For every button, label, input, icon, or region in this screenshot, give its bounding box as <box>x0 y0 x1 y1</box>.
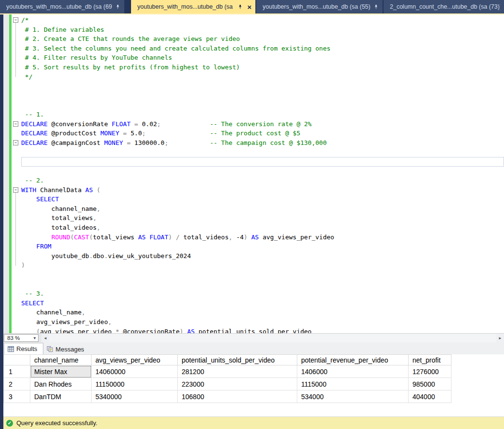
grid-cell[interactable]: 5340000 <box>92 390 178 403</box>
code-line-6[interactable]: # 5. Sort results by net profits (from h… <box>21 63 504 72</box>
code-token: 5.0 <box>127 130 142 137</box>
code-line-4[interactable]: # 3. Select the columns you need and cre… <box>21 44 504 53</box>
code-line-32[interactable]: channel_name, <box>21 308 504 317</box>
code-token: -- 2. <box>21 177 44 184</box>
grid-cell[interactable]: 11150000 <box>92 378 178 390</box>
grid-cell[interactable]: 223000 <box>178 378 297 390</box>
document-tab-1[interactable]: youtubers_with_mos...utube_db (sa (69)) <box>0 0 124 13</box>
code-line-17[interactable] <box>21 167 504 176</box>
code-line-23[interactable]: total_videos, <box>21 223 504 233</box>
collapse-minus-icon[interactable]: − <box>13 140 18 145</box>
code-token: @productCost <box>48 130 101 137</box>
code-token: ChannelData <box>36 186 85 194</box>
grid-cell[interactable]: 985000 <box>409 378 451 390</box>
grid-column-header[interactable]: net_profit <box>409 355 451 365</box>
grid-cell[interactable]: 404000 <box>409 390 451 403</box>
code-line-1[interactable]: /* <box>21 15 504 25</box>
tab-results[interactable]: Results <box>4 343 43 354</box>
code-line-22[interactable]: total_views, <box>21 213 504 223</box>
grid-cell[interactable]: 534000 <box>297 390 409 403</box>
code-line-27[interactable]: ) <box>21 260 504 270</box>
grid-cell[interactable]: Dan Rhodes <box>30 378 92 390</box>
grid-cell[interactable]: 1115000 <box>297 378 409 390</box>
code-token: AS <box>85 186 93 194</box>
row-number-cell[interactable]: 3 <box>4 390 30 403</box>
grid-column-header[interactable]: potential_units_sold_per_video <box>178 355 297 365</box>
code-token: . <box>89 252 93 260</box>
grid-column-header[interactable]: potential_revenue_per_video <box>297 355 409 365</box>
grid-corner-cell[interactable] <box>4 355 30 365</box>
code-line-14[interactable]: DECLARE @campaignCost MONEY = 130000.0; … <box>21 138 504 148</box>
code-line-2[interactable]: # 1. Define variables <box>21 25 504 35</box>
code-line-15[interactable] <box>21 147 504 157</box>
code-line-8[interactable] <box>21 81 504 91</box>
scroll-right-icon[interactable]: ► <box>496 336 504 340</box>
collapse-minus-icon[interactable]: − <box>13 121 18 127</box>
code-line-11[interactable]: -- 1. <box>21 110 504 119</box>
results-tab-label: Messages <box>55 346 84 353</box>
pin-icon[interactable] <box>115 4 120 10</box>
pin-icon[interactable] <box>238 4 243 10</box>
code-line-12[interactable]: DECLARE @conversionRate FLOAT = 0.02; --… <box>21 119 504 129</box>
grid-cell[interactable]: DanTDM <box>30 390 92 403</box>
code-line-18[interactable]: -- 2. <box>21 176 504 185</box>
code-token: total_views <box>93 234 138 241</box>
row-number-cell[interactable]: 1 <box>4 365 30 378</box>
grid-row-2: 2Dan Rhodes111500002230001115000985000 <box>4 378 451 390</box>
code-area[interactable]: /* # 1. Define variables # 2. Create a C… <box>21 15 504 333</box>
document-tab-2[interactable]: youtubers_with_mos...utube_db (sa (56))× <box>131 0 255 13</box>
document-tab-3[interactable]: youtubers_with_mos...utube_db (sa (55)) <box>256 0 383 13</box>
code-line-26[interactable]: youtube_db.dbo.view_uk_youtubers_2024 <box>21 251 504 261</box>
code-line-13[interactable]: DECLARE @productCost MONEY = 5.0; -- The… <box>21 129 504 138</box>
code-line-29[interactable] <box>21 280 504 289</box>
code-token: , <box>108 318 112 325</box>
code-line-33[interactable]: avg_views_per_video, <box>21 317 504 327</box>
sql-editor[interactable]: −−−− /* # 1. Define variables # 2. Creat… <box>0 14 504 333</box>
code-line-25[interactable]: FROM <box>21 242 504 251</box>
grid-cell[interactable]: Mister Max <box>30 365 92 378</box>
code-line-24[interactable]: ROUND(CAST(total_views AS FLOAT) / total… <box>21 233 504 242</box>
code-line-5[interactable]: # 4. Filter results by YouTube channels <box>21 53 504 63</box>
tab-label: youtubers_with_mos...utube_db (sa (69)) <box>6 3 112 10</box>
code-line-21[interactable]: channel_name, <box>21 204 504 214</box>
code-line-31[interactable]: SELECT <box>21 299 504 308</box>
code-token: / <box>176 234 180 241</box>
scrollbar-track[interactable] <box>49 334 496 342</box>
code-line-10[interactable] <box>21 100 504 110</box>
code-line-7[interactable]: */ <box>21 72 504 82</box>
results-grid-area: channel_nameavg_views_per_videopotential… <box>3 354 504 416</box>
scroll-left-icon[interactable]: ◄ <box>41 336 49 340</box>
collapse-minus-icon[interactable]: − <box>13 17 18 23</box>
code-token <box>93 186 97 194</box>
code-line-9[interactable] <box>21 91 504 101</box>
grid-column-header[interactable]: channel_name <box>30 355 92 365</box>
code-token: avg_views_per_video <box>259 234 334 241</box>
grid-cell[interactable]: 106800 <box>178 390 297 403</box>
code-line-3[interactable]: # 2. Create a CTE that rounds the averag… <box>21 34 504 44</box>
document-tab-4[interactable]: 2_column_count_che...utube_db (sa (73)) <box>384 0 504 13</box>
code-token: /* <box>21 16 29 24</box>
outline-margin: −−−− <box>12 14 21 333</box>
code-line-20[interactable]: SELECT <box>21 195 504 204</box>
pin-icon[interactable] <box>373 4 379 10</box>
code-token: -- The campaign cost @ $130,000 <box>210 139 327 146</box>
grid-cell[interactable]: 281200 <box>178 365 297 378</box>
row-number-cell[interactable]: 2 <box>4 378 30 390</box>
code-token: -- The conversion rate @ 2% <box>210 120 311 128</box>
code-token <box>21 195 36 203</box>
grid-column-header[interactable]: avg_views_per_video <box>92 355 178 365</box>
tab-messages[interactable]: Messages <box>43 344 90 354</box>
grid-cell[interactable]: 14060000 <box>92 365 178 378</box>
grid-cell[interactable]: 1276000 <box>409 365 451 378</box>
close-icon[interactable]: × <box>247 3 252 11</box>
code-line-19[interactable]: WITH ChannelData AS ( <box>21 185 504 195</box>
horizontal-scrollbar[interactable]: ◄ ► <box>41 334 504 342</box>
code-line-30[interactable]: -- 3. <box>21 289 504 299</box>
grid-cell[interactable]: 1406000 <box>297 365 409 378</box>
zoom-level-select[interactable]: 83 % ▼ <box>4 334 39 342</box>
collapse-minus-icon[interactable]: − <box>13 187 18 193</box>
code-line-16[interactable] <box>21 157 504 167</box>
code-line-28[interactable] <box>21 270 504 280</box>
code-token: total_views <box>21 214 93 221</box>
code-line-34[interactable]: (avg_views_per_video * @conversionRate) … <box>21 327 504 333</box>
